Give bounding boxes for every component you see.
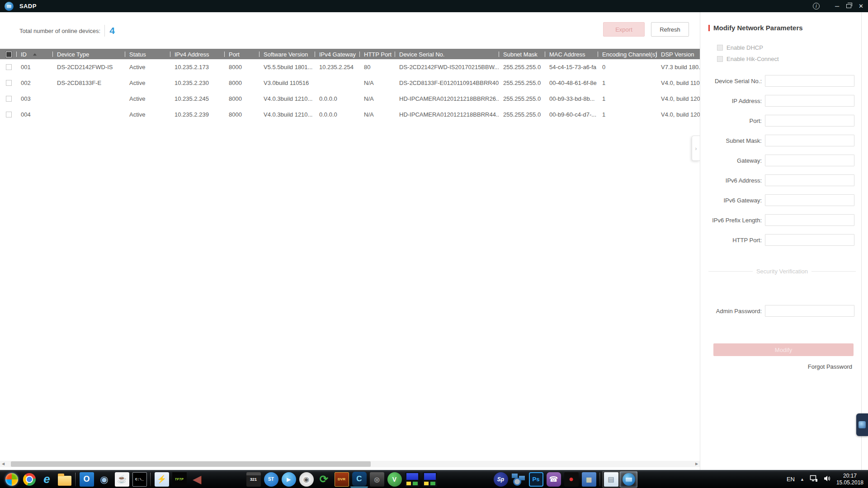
file-explorer-icon bbox=[58, 476, 71, 486]
taskbar-media-player-classic[interactable]: 321 bbox=[245, 471, 262, 488]
media-player-classic-icon: 321 bbox=[246, 472, 261, 487]
taskbar-eye-viewer[interactable]: ◉ bbox=[95, 471, 113, 488]
row-checkbox[interactable] bbox=[6, 112, 12, 117]
column-header-encoding-channels[interactable]: Encoding Channel(s) bbox=[598, 49, 656, 60]
taskbar-network-scanner[interactable] bbox=[509, 471, 527, 488]
modify-button[interactable]: Modify bbox=[713, 343, 854, 356]
docked-widget-icon[interactable] bbox=[856, 413, 868, 436]
restore-button[interactable] bbox=[846, 4, 851, 8]
column-header-id[interactable]: ID bbox=[16, 49, 52, 60]
internet-explorer-icon: e bbox=[40, 472, 54, 487]
language-indicator[interactable]: EN bbox=[787, 476, 795, 483]
taskbar-c-viewer[interactable]: C bbox=[350, 471, 368, 488]
ipv6-gateway-input[interactable] bbox=[765, 194, 854, 206]
close-button[interactable]: ✕ bbox=[859, 3, 863, 9]
info-icon[interactable]: i bbox=[813, 3, 820, 9]
forgot-password-link[interactable]: Forgot Password bbox=[808, 363, 852, 370]
taskbar-red-ball-app[interactable]: ● bbox=[562, 471, 580, 488]
taskbar-sadp-active[interactable] bbox=[620, 471, 637, 488]
sort-asc-icon bbox=[33, 53, 37, 56]
scroll-left-arrow-icon[interactable]: ◀ bbox=[0, 461, 6, 467]
ipv6-address-input[interactable] bbox=[765, 174, 854, 186]
outlook-icon: O bbox=[80, 472, 94, 487]
row-checkbox[interactable] bbox=[6, 80, 12, 86]
scroll-right-arrow-icon[interactable]: ▶ bbox=[693, 461, 700, 467]
column-header-http-port[interactable]: HTTP Port bbox=[359, 49, 395, 60]
column-header-status[interactable]: Status bbox=[125, 49, 170, 60]
column-header-device-type[interactable]: Device Type bbox=[52, 49, 125, 60]
taskbar-chrome[interactable] bbox=[20, 471, 38, 488]
gateway-input[interactable] bbox=[765, 155, 854, 166]
taskbar-outlook[interactable]: O bbox=[78, 471, 95, 488]
panel-collapse-tab[interactable]: › bbox=[692, 136, 700, 161]
column-header-mac[interactable]: MAC Address bbox=[545, 49, 598, 60]
taskbar-green-sync-tool[interactable]: ⟳ bbox=[315, 471, 333, 488]
refresh-button[interactable]: Refresh bbox=[651, 22, 689, 37]
taskbar-control-panel-app[interactable]: ▦ bbox=[580, 471, 598, 488]
taskbar-viber[interactable]: ☎ bbox=[545, 471, 562, 488]
column-header-serial[interactable]: Device Serial No. bbox=[395, 49, 499, 60]
column-header-software-version[interactable]: Software Version bbox=[259, 49, 315, 60]
ip-address-label: IP Address: bbox=[708, 98, 762, 104]
taskbar-viber-v[interactable]: V bbox=[386, 471, 403, 488]
column-header-port[interactable]: Port bbox=[224, 49, 259, 60]
taskbar-notepad[interactable]: ▤ bbox=[602, 471, 620, 488]
ipv6-prefix-length-label: IPv6 Prefix Length: bbox=[708, 217, 762, 224]
gateway-label: Gateway: bbox=[708, 157, 762, 164]
network-tray-icon[interactable] bbox=[810, 475, 818, 484]
taskbar-st750-tool[interactable]: ST bbox=[262, 471, 280, 488]
column-header-ipv4[interactable]: IPv4 Address bbox=[170, 49, 224, 60]
column-header-ipv4-gateway[interactable]: IPv4 Gateway bbox=[315, 49, 359, 60]
taskbar-dvr-tool[interactable]: DVR bbox=[333, 471, 350, 488]
taskbar-tftp-server[interactable]: TFTP bbox=[170, 471, 188, 488]
taskbar-ip-camera-tool[interactable]: ◎ bbox=[368, 471, 386, 488]
chrome-icon bbox=[23, 473, 36, 486]
taskbar-java[interactable]: ☕ bbox=[113, 471, 131, 488]
table-row[interactable]: 002 DS-2CD8133F-E Active 10.235.2.230 80… bbox=[0, 75, 700, 91]
show-hidden-icons-chevron[interactable]: ▲ bbox=[800, 477, 804, 482]
minimize-button[interactable]: ─ bbox=[835, 0, 839, 12]
taskbar-command-prompt[interactable]: C:\_ bbox=[131, 471, 148, 488]
column-header-dsp[interactable]: DSP Version bbox=[656, 49, 700, 60]
taskbar-file-explorer[interactable] bbox=[56, 471, 73, 488]
taskbar-megaphone-app[interactable]: ◀ bbox=[188, 471, 206, 488]
control-panel-icon: ▦ bbox=[582, 472, 596, 487]
taskbar-remote-link-tool[interactable]: ⚡ bbox=[153, 471, 170, 488]
http-port-input[interactable] bbox=[765, 234, 854, 246]
table-row[interactable]: 001 DS-2CD2142FWD-IS Active 10.235.2.173… bbox=[0, 59, 700, 75]
taskbar-media-player-blue[interactable]: ▶ bbox=[280, 471, 297, 488]
tray-date: 15.05.2018 bbox=[836, 479, 863, 486]
port-input[interactable] bbox=[765, 115, 854, 127]
ipv6-prefix-length-input[interactable] bbox=[765, 214, 854, 226]
surveillance-camera-icon: ◎ bbox=[370, 472, 384, 487]
taskbar-terminal-config-2[interactable] bbox=[421, 471, 439, 488]
row-checkbox[interactable] bbox=[6, 64, 12, 70]
admin-password-input[interactable] bbox=[765, 305, 854, 317]
enable-hik-connect-checkbox[interactable] bbox=[717, 56, 723, 62]
export-button[interactable]: Export bbox=[603, 22, 645, 37]
column-header-subnet[interactable]: Subnet Mask bbox=[499, 49, 545, 60]
taskbar-webcam-app[interactable]: ◉ bbox=[297, 471, 315, 488]
taskbar-photoshop[interactable]: Ps bbox=[527, 471, 545, 488]
photoshop-icon: Ps bbox=[529, 472, 543, 487]
speaker-tray-icon[interactable] bbox=[823, 475, 831, 484]
taskbar-spybot[interactable]: Sp bbox=[492, 471, 509, 488]
spybot-icon: Sp bbox=[494, 472, 508, 487]
ipv6-address-label: IPv6 Address: bbox=[708, 177, 762, 184]
table-row[interactable]: 003 Active 10.235.2.245 8000 V4.0.3build… bbox=[0, 91, 700, 107]
horizontal-scrollbar[interactable]: ◀ ▶ bbox=[0, 461, 700, 467]
row-checkbox[interactable] bbox=[6, 96, 12, 102]
table-row[interactable]: 004 Active 10.235.2.239 8000 V4.0.3build… bbox=[0, 107, 700, 122]
scrollbar-thumb[interactable] bbox=[11, 461, 371, 467]
ip-address-input[interactable] bbox=[765, 95, 854, 107]
terminal-config-icon bbox=[405, 472, 420, 487]
enable-hik-connect-label: Enable Hik-Connect bbox=[726, 56, 779, 62]
enable-dhcp-checkbox[interactable] bbox=[717, 45, 723, 51]
select-all-checkbox[interactable] bbox=[6, 52, 12, 57]
taskbar-internet-explorer[interactable]: e bbox=[38, 471, 56, 488]
taskbar-start-button[interactable] bbox=[3, 471, 20, 488]
taskbar-clock[interactable]: 20:17 15.05.2018 bbox=[836, 473, 863, 486]
taskbar-terminal-config-1[interactable] bbox=[403, 471, 421, 488]
subnet-mask-input[interactable] bbox=[765, 135, 854, 146]
device-serial-input[interactable] bbox=[765, 75, 854, 87]
